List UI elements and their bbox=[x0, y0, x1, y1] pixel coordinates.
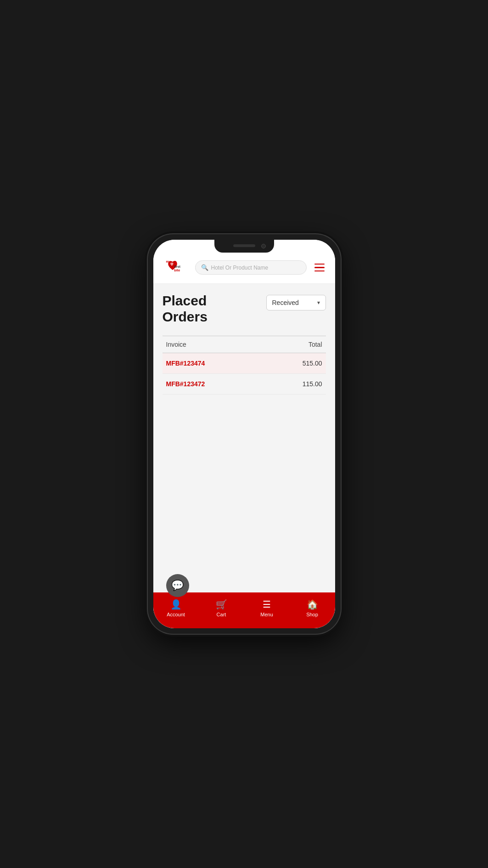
nav-item-menu[interactable]: ☰ Menu bbox=[244, 597, 290, 619]
nav-item-cart[interactable]: 🛒 Cart bbox=[199, 597, 244, 619]
app-screen: my first bite 🔍 Hotel Or Product Name bbox=[153, 240, 335, 628]
cart-icon: 🛒 bbox=[216, 599, 227, 610]
chevron-down-icon: ▾ bbox=[317, 299, 320, 306]
phone-screen: my first bite 🔍 Hotel Or Product Name bbox=[153, 240, 335, 628]
logo-svg: my first bite bbox=[161, 257, 191, 278]
nav-label-account: Account bbox=[167, 612, 185, 617]
svg-text:bite: bite bbox=[174, 268, 180, 272]
nav-label-menu: Menu bbox=[260, 612, 273, 617]
phone-frame: my first bite 🔍 Hotel Or Product Name bbox=[148, 234, 341, 634]
invoice-link[interactable]: MFB#123474 bbox=[166, 360, 205, 367]
invoice-column-header: Invoice bbox=[163, 336, 266, 353]
speaker bbox=[233, 244, 255, 247]
main-content: Placed Orders Received ▾ Invoice Total bbox=[153, 284, 335, 592]
account-icon: 👤 bbox=[170, 599, 182, 610]
search-bar[interactable]: 🔍 Hotel Or Product Name bbox=[195, 260, 307, 275]
status-dropdown-value: Received bbox=[272, 299, 299, 306]
camera bbox=[261, 244, 266, 248]
nav-item-shop[interactable]: 🏠 Shop bbox=[290, 597, 335, 619]
chat-icon: 💬 bbox=[171, 580, 184, 592]
invoice-link[interactable]: MFB#123472 bbox=[166, 380, 205, 388]
table-row[interactable]: MFB#123474515.00 bbox=[163, 353, 326, 374]
status-dropdown[interactable]: Received ▾ bbox=[266, 295, 326, 310]
svg-text:my: my bbox=[166, 260, 170, 264]
hamburger-line-3 bbox=[314, 271, 325, 272]
page-title: Placed Orders bbox=[163, 293, 208, 325]
hamburger-line-2 bbox=[314, 267, 325, 268]
search-icon: 🔍 bbox=[201, 264, 208, 271]
notch bbox=[214, 240, 274, 253]
nav-item-account[interactable]: 👤 Account bbox=[153, 597, 199, 619]
order-total-value: 515.00 bbox=[265, 353, 325, 374]
bottom-nav: 👤 Account 🛒 Cart ☰ Menu 🏠 Shop bbox=[153, 592, 335, 628]
hamburger-line-1 bbox=[314, 264, 325, 265]
hamburger-button[interactable] bbox=[311, 259, 328, 276]
page-header: Placed Orders Received ▾ bbox=[163, 293, 326, 325]
chat-bubble-button[interactable]: 💬 bbox=[166, 574, 189, 597]
shop-icon: 🏠 bbox=[307, 599, 318, 610]
nav-label-shop: Shop bbox=[306, 612, 318, 617]
table-row[interactable]: MFB#123472115.00 bbox=[163, 374, 326, 395]
logo[interactable]: my first bite bbox=[161, 257, 191, 278]
menu-icon: ☰ bbox=[263, 599, 271, 610]
table-header-row: Invoice Total bbox=[163, 336, 326, 353]
order-total-value: 115.00 bbox=[265, 374, 325, 395]
orders-table: Invoice Total MFB#123474515.00MFB#123472… bbox=[163, 336, 326, 395]
total-column-header: Total bbox=[265, 336, 325, 353]
nav-label-cart: Cart bbox=[217, 612, 226, 617]
search-placeholder-text: Hotel Or Product Name bbox=[211, 265, 269, 271]
